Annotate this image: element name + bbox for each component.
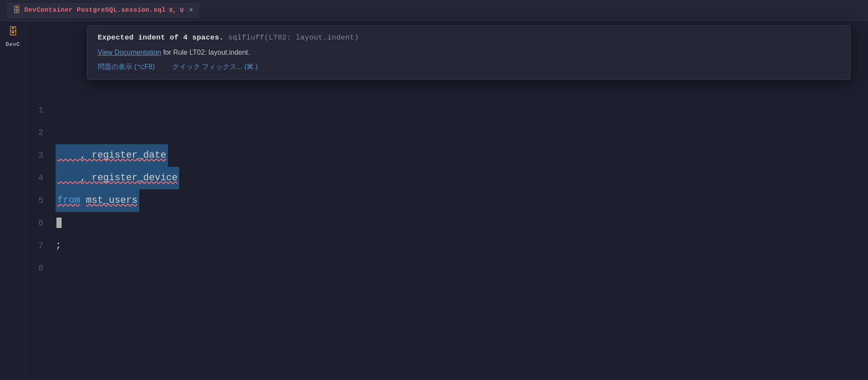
line-number-3: 3	[26, 144, 52, 167]
line3-selected: , register_date	[56, 144, 168, 167]
line7-semicolon: ;	[56, 240, 61, 251]
tab-filename: DevContainer PostgreSQL.session.sql	[24, 7, 166, 14]
tab-badge: 8, U	[169, 7, 184, 14]
line-content-3: , register_date	[52, 144, 868, 167]
line-number-7: 7	[26, 235, 52, 257]
tooltip-doc-link[interactable]: View Documentation	[98, 49, 161, 56]
sidebar-label: DevC	[6, 41, 20, 48]
db-tab-icon: 🗄	[13, 6, 21, 15]
line-content-4: , register_device	[52, 167, 868, 189]
cursor-block	[56, 218, 62, 228]
sidebar-db-icon: 🗄	[8, 26, 18, 38]
tooltip-doc-line: View Documentation for Rule LT02: layout…	[98, 49, 840, 56]
code-line-3: 3 , register_date	[26, 144, 868, 167]
line-content-5: from mst_users	[52, 189, 868, 212]
top-bar: 🗄 DevContainer PostgreSQL.session.sql 8,…	[0, 0, 868, 21]
line5-table: mst_users	[86, 195, 138, 206]
tooltip-popup: Expected indent of 4 spaces. sqlfluff(LT…	[87, 25, 851, 80]
editor-area: 🗄 DevC Expected indent of 4 spaces. sqlf…	[0, 21, 868, 380]
tooltip-main-line: Expected indent of 4 spaces. sqlfluff(LT…	[98, 33, 840, 42]
tooltip-main-rule: sqlfluff(LT02: layout.indent)	[228, 33, 359, 42]
line5-from-wrapper: from mst_users	[56, 189, 139, 212]
line5-from-kw: from	[57, 195, 80, 206]
editor-main[interactable]: Expected indent of 4 spaces. sqlfluff(LT…	[26, 21, 868, 380]
tooltip-action2[interactable]: クイック フィックス... (⌘.)	[172, 63, 258, 72]
tab-item[interactable]: 🗄 DevContainer PostgreSQL.session.sql 8,…	[7, 3, 199, 18]
line-number-6: 6	[26, 212, 52, 235]
line-content-6	[52, 212, 868, 235]
tooltip-actions: 問題の表示 (⌥F8) クイック フィックス... (⌘.)	[98, 63, 840, 72]
code-line-5: 5 from mst_users	[26, 189, 868, 212]
line-content-7: ;	[52, 235, 868, 257]
tab-close-button[interactable]: ×	[189, 7, 193, 14]
code-line-4: 4 , register_device	[26, 167, 868, 189]
sidebar-mini: 🗄 DevC	[0, 21, 26, 380]
line-number-2: 2	[26, 122, 52, 144]
code-line-1: 1	[26, 99, 868, 122]
tooltip-main-bold: Expected indent of 4 spaces.	[98, 33, 224, 42]
line-number-8: 8	[26, 257, 52, 280]
code-line-7: 7 ;	[26, 235, 868, 257]
tooltip-doc-after: for Rule LT02: layout.indent.	[163, 49, 250, 56]
line-number-1: 1	[26, 99, 52, 122]
code-line-2: 2	[26, 122, 868, 144]
line-number-4: 4	[26, 167, 52, 189]
code-line-8: 8	[26, 257, 868, 280]
line4-selected: , register_device	[56, 167, 179, 189]
tooltip-action1[interactable]: 問題の表示 (⌥F8)	[98, 63, 155, 72]
code-line-6: 6	[26, 212, 868, 235]
line-number-5: 5	[26, 189, 52, 212]
